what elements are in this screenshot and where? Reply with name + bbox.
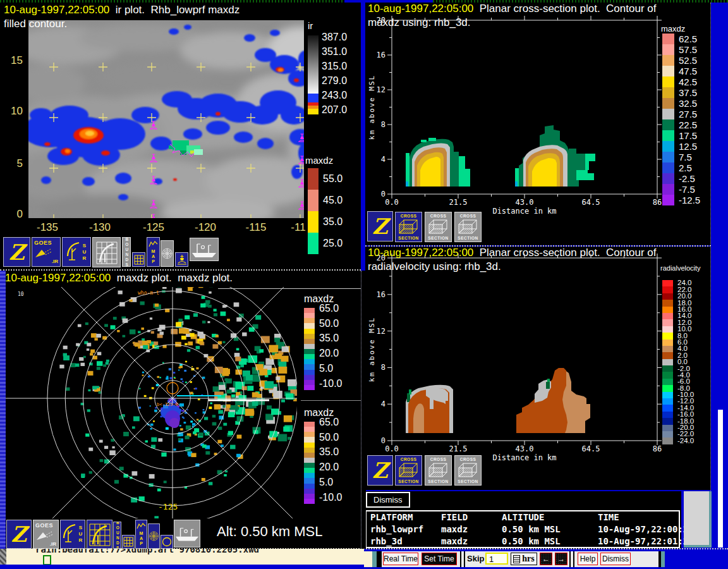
goes-ir-button[interactable]: GOES.IR	[32, 237, 61, 267]
svg-text:4: 4	[381, 400, 385, 408]
hrs-units-button[interactable]: hrs	[511, 553, 537, 565]
svg-text:86: 86	[653, 198, 662, 207]
radar-grid-icon	[95, 240, 119, 265]
radar-grid-button[interactable]	[92, 237, 121, 267]
terminal-resize-grip[interactable]	[0, 549, 6, 565]
svg-text:0: 0	[381, 436, 385, 445]
radialvelocity-cross-section-plot[interactable]: 2016128400.021.543.064.586Distance in km…	[365, 247, 711, 490]
set-time-button[interactable]: Set Time	[422, 553, 457, 565]
svg-text:16: 16	[377, 290, 385, 299]
xs2-title-text: Planar cross-section plot. Contour of	[473, 247, 656, 259]
svg-text:86: 86	[653, 444, 662, 453]
scroll-widget[interactable]	[684, 491, 712, 548]
maxdz-cross-section-plot[interactable]: 2016128400.021.543.064.586Distance in km…	[365, 3, 711, 245]
skip-value-input[interactable]: 1	[485, 553, 508, 565]
zebra-logo-button[interactable]: Z	[3, 237, 30, 267]
sat-title-line1: 10-aug-1997,22:05:00 ir plot. Rhb_lowprf…	[4, 4, 240, 16]
radar-dish-icon	[63, 523, 76, 546]
timebar-teal-strip	[372, 551, 377, 567]
ppi-bounds-button[interactable]: BOUNDS	[113, 522, 121, 549]
cross-label: CROSS	[460, 457, 476, 462]
xs1-cross-section-button-active[interactable]: CROSSSECTION	[395, 212, 422, 242]
help-button[interactable]: Help	[578, 553, 598, 565]
surveillance-button[interactable]: SUR	[62, 237, 91, 267]
maxdz-contour-cells	[406, 125, 595, 187]
radar-grid-icon	[88, 522, 112, 547]
svg-text:km above MSL: km above MSL	[368, 317, 376, 382]
platform-status-table: PLATFORMFIELDALTITUDETIMErhb_lowprfmaxdz…	[365, 510, 680, 548]
section-label: SECTION	[458, 479, 478, 484]
goes-ir-label: .IR	[50, 541, 56, 547]
sat-maxdz-colorbar-label: maxdz	[305, 155, 333, 166]
sat-xtick-1: -130	[81, 221, 119, 234]
ppi-radar-grid-button[interactable]	[87, 520, 112, 549]
small-grid-button[interactable]	[132, 252, 145, 267]
ppi-circle-button[interactable]	[161, 535, 173, 549]
cross-section-cube-icon	[458, 219, 479, 235]
z-glyph: Z	[372, 460, 388, 481]
right-scrollbar-thumb[interactable]	[718, 410, 723, 548]
goes-label: GOES	[35, 522, 53, 529]
xs1-zebra-logo-button[interactable]: Z	[367, 211, 393, 242]
buoy-icon	[177, 254, 187, 266]
section-label: SECTION	[398, 479, 418, 484]
xs1-cross-section-button-3[interactable]: CROSSSECTION	[454, 212, 482, 242]
cross-label: CROSS	[401, 214, 417, 218]
svg-text:Distance in km: Distance in km	[492, 453, 556, 462]
cross-section-cube-icon	[398, 219, 420, 235]
xs2-zebra-logo-button[interactable]: Z	[367, 455, 393, 486]
terminal-window[interactable]: rain:beaufait:77>xdump.art 970810.2205.x…	[6, 549, 364, 565]
sat-timestamp: 10-aug-1997,22:05:00	[4, 4, 109, 16]
real-time-button[interactable]: Real Time	[383, 553, 418, 565]
small-grid-icon	[123, 537, 133, 547]
ppi-small-grid-button[interactable]	[122, 535, 135, 549]
xs1-colorbar-label: maxdz	[661, 24, 685, 34]
svg-text:21.5: 21.5	[449, 444, 468, 453]
xs2-cross-section-button-3[interactable]: CROSSSECTION	[454, 455, 482, 486]
ppi-surveillance-button[interactable]: SUR	[60, 520, 85, 549]
ppi-goes-ir-button[interactable]: GOES.IR	[33, 520, 59, 549]
ppi-ship-button[interactable]	[174, 520, 200, 548]
ppi-polar-scan-button[interactable]	[148, 523, 160, 549]
overlay-dismiss-button[interactable]: Dismiss	[366, 492, 410, 508]
xs2-colorbar: 24.022.020.018.016.014.012.010.08.06.04.…	[662, 280, 694, 444]
hrs-label: hrs	[522, 554, 534, 564]
goes-label: GOES	[34, 240, 52, 246]
polar-scan-button[interactable]	[161, 240, 174, 267]
z-glyph: Z	[372, 216, 388, 237]
altitude-label: Alt: 0.50 km MSL	[217, 523, 323, 540]
sat-ytick-5: 5	[3, 157, 23, 170]
xs1-cross-section-button-2[interactable]: CROSSSECTION	[425, 212, 452, 242]
buoy-button[interactable]	[175, 252, 188, 267]
svg-text:8: 8	[381, 120, 385, 129]
zebra-display-screen: 10-aug-1997,22:05:00 ir plot. Rhb_lowprf…	[0, 0, 728, 569]
xs2-cross-section-button-active[interactable]: CROSSSECTION	[395, 455, 422, 486]
cross-section-cube-icon	[398, 462, 420, 479]
section-label: SECTION	[428, 479, 448, 484]
ppi-map-button[interactable]: MAP	[135, 520, 147, 549]
step-back-button[interactable]: ←	[540, 553, 552, 565]
map-button[interactable]: MAP	[147, 237, 160, 267]
maxdz-cross-section-panel: 2016128400.021.543.064.586Distance in km…	[365, 3, 711, 245]
step-forward-button[interactable]: →	[555, 553, 567, 565]
cross-label: CROSS	[460, 214, 476, 218]
timebar-dismiss-button[interactable]: Dismiss	[600, 553, 631, 565]
ppi-zebra-logo-button[interactable]: Z	[6, 520, 32, 549]
sat-title-line2: filled contour.	[4, 18, 67, 30]
section-label: SECTION	[458, 236, 478, 240]
ship-button[interactable]	[190, 238, 219, 261]
svg-text:8: 8	[381, 363, 385, 372]
map-icon	[149, 240, 159, 248]
xs2-cross-section-button-2[interactable]: CROSSSECTION	[425, 455, 452, 486]
divider	[464, 551, 465, 567]
ir-satellite-image[interactable]	[28, 20, 304, 218]
sat-xtick-3: -120	[186, 221, 224, 234]
z-glyph: Z	[9, 242, 25, 263]
sat-xtick-5: -11	[279, 221, 317, 234]
small-grid-icon	[134, 255, 144, 265]
ppi-corner-label: 10	[18, 291, 24, 297]
bounds-button[interactable]: BOUNDS	[122, 237, 131, 267]
terminal-cursor	[43, 555, 51, 565]
radar-ppi-display[interactable]: 10 who-m-t b<-125-0 -125	[5, 287, 297, 518]
ppi-lon-label: -125	[158, 502, 178, 511]
